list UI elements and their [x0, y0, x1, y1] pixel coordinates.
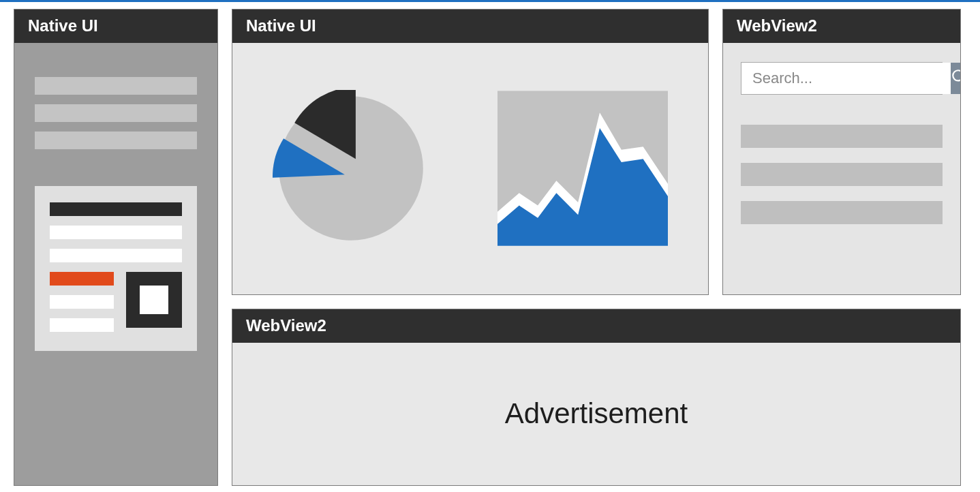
advertisement-label: Advertisement — [505, 397, 688, 430]
panel-title: WebView2 — [232, 309, 960, 343]
card-highlight-line — [50, 272, 114, 286]
panel-title: Native UI — [232, 10, 708, 43]
stop-icon — [126, 272, 182, 328]
card-text-line — [50, 249, 182, 262]
svg-point-4 — [953, 71, 961, 81]
list-item — [35, 77, 197, 95]
native-ui-charts-panel: Native UI — [232, 9, 709, 295]
list-item — [741, 125, 943, 148]
search-input[interactable] — [741, 63, 951, 94]
webview2-ad-panel: WebView2 Advertisement — [232, 309, 961, 486]
list-item — [35, 132, 197, 149]
card-text-line — [50, 226, 182, 239]
panel-title: WebView2 — [723, 10, 960, 43]
card-text-line — [50, 295, 114, 309]
area-chart-icon — [497, 90, 668, 247]
search-icon — [951, 68, 961, 88]
content-card — [35, 186, 197, 351]
panel-title: Native UI — [14, 10, 217, 43]
left-panel-body — [14, 43, 217, 485]
list-item — [741, 201, 943, 224]
card-text-line — [50, 318, 114, 332]
pie-chart-icon — [273, 90, 429, 247]
list-item — [741, 163, 943, 186]
card-title-bar — [50, 202, 182, 216]
search-button[interactable] — [951, 63, 961, 94]
nav-placeholder-list — [35, 77, 197, 149]
webview2-search-panel: WebView2 — [722, 9, 961, 295]
card-detail-lines — [50, 272, 114, 332]
list-item — [35, 104, 197, 122]
results-placeholder-list — [741, 125, 943, 224]
search-bar — [741, 62, 943, 95]
native-ui-left-panel: Native UI — [14, 9, 218, 486]
